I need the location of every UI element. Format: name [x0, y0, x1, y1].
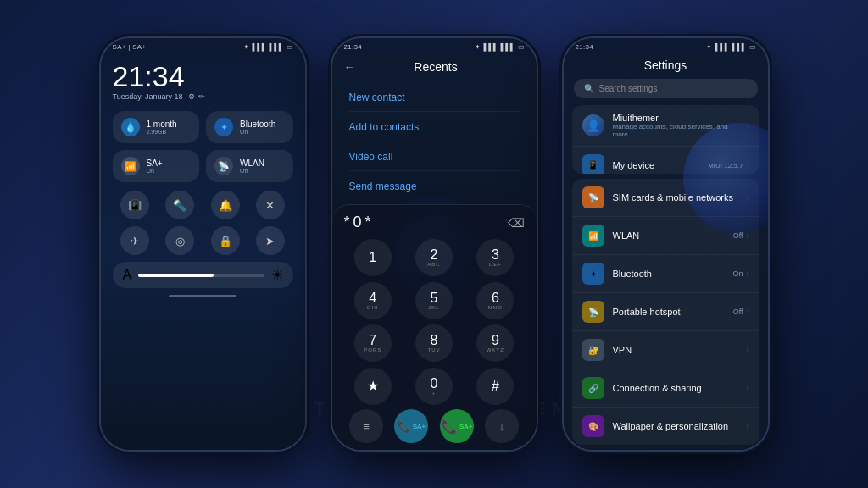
notification-btn[interactable]: 🔔 — [211, 191, 240, 219]
input-label: A — [123, 268, 132, 283]
bt-icon-3: ✦ — [706, 43, 712, 51]
phone-3-settings: 21:34 ✦ ▌▌▌ ▌▌▌ ▭ Settings 🔍 Search sett… — [562, 36, 770, 452]
back-button[interactable]: ← — [344, 60, 356, 74]
signal-tile[interactable]: 📶 SA+ On — [113, 150, 200, 182]
backspace-btn[interactable]: ⌫ — [508, 216, 525, 230]
dial-num-7: 7 — [369, 334, 376, 347]
dial-key-hash[interactable]: # — [476, 368, 514, 405]
vibrate-btn[interactable]: 📳 — [120, 191, 149, 219]
bt-icon: ✦ — [243, 43, 249, 51]
signal-tile-label: SA+ — [147, 158, 163, 168]
dial-alpha-4: GHI — [367, 305, 379, 310]
settings-item-connection[interactable]: 🔗 Connection & sharing › — [572, 369, 760, 408]
dialer-call-btn-2[interactable]: 📞 SA+ — [440, 409, 474, 443]
wlan-chevron: › — [747, 231, 749, 240]
new-contact-action[interactable]: New contact — [349, 84, 520, 112]
dial-key-7[interactable]: 7PQRS — [354, 324, 392, 362]
dial-key-1[interactable]: 1 — [354, 239, 392, 276]
call-label-2: SA+ — [459, 423, 472, 430]
wlan-right: Off › — [733, 231, 749, 240]
sim-text: SIM cards & mobile networks — [613, 192, 738, 202]
lock-btn[interactable]: 🔒 — [211, 226, 240, 255]
settings-item-bluetooth[interactable]: ✦ Bluetooth On › — [572, 255, 760, 293]
dial-key-star[interactable]: ★ — [354, 368, 392, 405]
battery-icon-2: ▭ — [518, 43, 525, 51]
flashlight-btn[interactable]: 🔦 — [165, 191, 194, 219]
wifi-tile-text: WLAN Off — [240, 158, 264, 174]
call-label-1: SA+ — [413, 423, 426, 430]
signal-tile-text: SA+ On — [147, 158, 163, 174]
dial-key-0[interactable]: 0+ — [415, 368, 453, 405]
brightness-icon: ☀ — [271, 267, 283, 283]
settings-section-account: 👤 Miuithemer Manage accounts, cloud serv… — [572, 105, 760, 174]
settings-title: Settings — [564, 55, 768, 79]
settings-search-bar[interactable]: 🔍 Search settings — [574, 79, 758, 98]
status-bar-1: SA+ | SA+ ✦ ▌▌▌ ▌▌▌ ▭ — [101, 38, 305, 55]
signal-icon-2: ▌▌▌ — [483, 43, 498, 51]
lock-time: 21:34 — [113, 62, 293, 91]
dial-key-6[interactable]: 6MNO — [476, 282, 514, 319]
brightness-fill — [138, 274, 214, 277]
close-btn[interactable]: ✕ — [256, 191, 285, 219]
lock-date: Tuesday, January 18 ⚙ ✏ — [113, 92, 293, 101]
bluetooth-tile[interactable]: ✦ Bluetooth On — [206, 111, 293, 143]
dial-key-9[interactable]: 9WXYZ — [476, 324, 514, 362]
dialer-overlay: *0* ⌫ 1 2ABC 3DEF 4GHI 5JKL 6MNO 7PQRS 8… — [332, 204, 537, 450]
miuithemer-right: › — [747, 121, 749, 130]
status-icons-3: ✦ ▌▌▌ ▌▌▌ ▭ — [706, 43, 755, 51]
signal-tile-icon: 📶 — [121, 157, 140, 175]
dial-key-5[interactable]: 5JKL — [415, 282, 453, 319]
status-icons-1: ✦ ▌▌▌ ▌▌▌ ▭ — [243, 43, 292, 51]
sim-icon: 📡 — [582, 186, 604, 208]
data-tile[interactable]: 💧 1 month 2.99GB — [113, 111, 200, 143]
settings-item-miuithemer[interactable]: 👤 Miuithemer Manage accounts, cloud serv… — [572, 105, 760, 147]
chevron-icon: › — [747, 121, 749, 130]
chevron-icon-2: › — [747, 161, 749, 169]
brightness-row[interactable]: A ☀ — [113, 262, 293, 288]
battery-icon: ▭ — [287, 43, 293, 51]
dial-num-0: 0 — [431, 377, 438, 391]
connection-icon: 🔗 — [582, 377, 604, 399]
data-tile-text: 1 month 2.99GB — [147, 119, 177, 135]
wifi-tile-label: WLAN — [240, 158, 264, 168]
dialer-menu-btn[interactable]: ≡ — [349, 409, 383, 443]
invert-btn[interactable]: ◎ — [165, 226, 194, 255]
hotspot-label: Portable hotspot — [613, 307, 725, 317]
dial-key-8[interactable]: 8TUV — [415, 324, 453, 362]
dial-key-4[interactable]: 4GHI — [354, 282, 392, 319]
dial-num-hash: # — [492, 380, 499, 393]
miuithemer-avatar: 👤 — [582, 114, 604, 136]
hotspot-chevron: › — [747, 308, 749, 316]
hotspot-icon: 📡 — [582, 301, 604, 323]
dial-key-2[interactable]: 2ABC — [415, 239, 453, 276]
vpn-text: VPN — [613, 345, 738, 355]
dialer-call-btn-1[interactable]: 📞 SA+ — [394, 409, 428, 443]
dial-alpha-8: TUV — [427, 347, 440, 352]
bluetooth-settings-label: Bluetooth — [613, 269, 725, 279]
dial-num-1: 1 — [369, 251, 376, 264]
wifi-tile[interactable]: 📡 WLAN Off — [206, 150, 293, 182]
settings-item-wlan[interactable]: 📶 WLAN Off › — [572, 217, 760, 255]
dialer-download-btn[interactable]: ↓ — [485, 409, 519, 443]
wallpaper-label: Wallpaper & personalization — [613, 421, 738, 431]
call-icon-1: 📞 — [398, 420, 411, 433]
settings-item-sim[interactable]: 📡 SIM cards & mobile networks › — [572, 179, 760, 217]
dial-num-3: 3 — [492, 248, 499, 262]
airplane-btn[interactable]: ✈ — [120, 226, 149, 255]
bt-tile-sub: On — [240, 129, 275, 135]
settings-item-wallpaper[interactable]: 🎨 Wallpaper & personalization › — [572, 408, 760, 445]
add-to-contacts-action[interactable]: Add to contacts — [349, 114, 520, 141]
video-call-action[interactable]: Video call — [349, 143, 520, 171]
location-btn[interactable]: ➤ — [256, 226, 285, 255]
recents-title: Recents — [364, 60, 508, 74]
lock-date-text: Tuesday, January 18 — [113, 92, 183, 101]
wlan-value: Off — [733, 231, 743, 240]
settings-item-hotspot[interactable]: 📡 Portable hotspot Off › — [572, 293, 760, 331]
settings-item-vpn[interactable]: 🔐 VPN › — [572, 331, 760, 369]
signal-icon-3: ▌▌▌ — [715, 43, 729, 51]
send-message-action[interactable]: Send message — [349, 173, 520, 200]
controls-row-2: ✈ ◎ 🔒 ➤ — [113, 226, 293, 255]
dial-key-3[interactable]: 3DEF — [476, 239, 514, 276]
dial-num-9: 9 — [492, 334, 499, 347]
settings-item-my-device[interactable]: 📱 My device MIUI 12.5.7 › — [572, 147, 760, 174]
